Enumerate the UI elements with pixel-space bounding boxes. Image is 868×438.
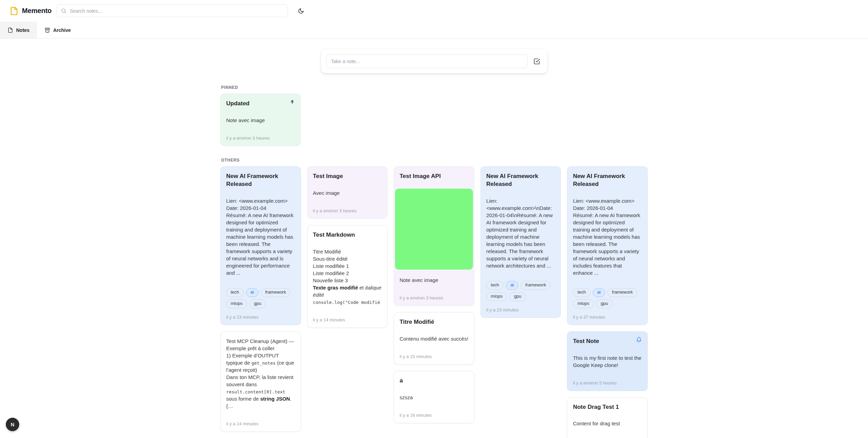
note-tag[interactable]: gpu	[509, 292, 526, 301]
app-brand: Memento	[10, 7, 51, 15]
note-body: Lien: <www.example.com>Date: 2026-01-04R…	[573, 197, 642, 276]
note-body: Lien: <www.example.com>Date: 2026-01-04R…	[226, 197, 295, 276]
note-tag[interactable]: framework	[261, 288, 291, 297]
note-body: Lien: <www.example.com>\nDate: 2026-01-0…	[486, 197, 555, 269]
notes-column: New AI Framework ReleasedLien: <www.exam…	[481, 166, 561, 318]
note-tags: techaiframeworkmlopsgpu	[226, 288, 295, 308]
note-title: Note Drag Test 1	[573, 403, 642, 411]
note-title: a	[400, 377, 468, 385]
tab-notes-label: Notes	[16, 27, 30, 33]
note-timestamp: il y a 14 minutes	[226, 421, 295, 426]
note-body: This is my first note to test the Google…	[573, 354, 642, 369]
note-tag[interactable]: gpu	[596, 299, 613, 308]
note-timestamp: il y a 23 minutes	[226, 315, 295, 320]
note-timestamp: il y a 16 minutes	[400, 413, 468, 418]
note-title: New AI Framework Released	[486, 173, 555, 188]
note-tag[interactable]: mlops	[573, 299, 594, 308]
note-timestamp: il y a environ 3 heures	[400, 295, 468, 300]
notes-column: New AI Framework ReleasedLien: <www.exam…	[567, 166, 648, 438]
note-title: Titre Modifié	[400, 318, 468, 326]
note-body: Test MCP Cleanup (Agent) — Exemple prêt …	[226, 338, 295, 410]
note-tag[interactable]: framework	[607, 288, 637, 297]
note-tag[interactable]: ai	[506, 281, 518, 290]
pinned-section-label: PINNED	[221, 85, 648, 90]
notes-column: Test Image APINote avec imageil y a envi…	[394, 166, 474, 423]
note-body: szsza	[400, 394, 468, 401]
note-body: Content for drag test	[573, 420, 642, 427]
note-title: Test Markdown	[313, 231, 382, 239]
tab-archive-label: Archive	[53, 27, 71, 33]
note-card[interactable]: Test ImageAvec imageil y a environ 3 heu…	[307, 166, 388, 219]
file-icon	[8, 27, 13, 33]
theme-toggle-button[interactable]	[295, 5, 307, 17]
note-title: Test Image	[313, 173, 382, 180]
note-title: New AI Framework Released	[226, 173, 295, 188]
note-timestamp: il y a environ 5 heures	[573, 380, 642, 386]
note-body: Titre ModifiéSous-titre éditéListe modif…	[313, 248, 382, 306]
note-timestamp: il y a environ 3 heures	[226, 135, 295, 141]
notes-column: Test ImageAvec imageil y a environ 3 heu…	[307, 166, 388, 328]
note-tag[interactable]: tech	[573, 288, 590, 297]
note-timestamp: il y a environ 3 heures	[313, 208, 382, 213]
note-tag[interactable]: gpu	[250, 299, 266, 308]
tab-archive[interactable]: Archive	[37, 22, 78, 38]
note-image	[395, 189, 473, 270]
others-section-label: OTHERS	[221, 158, 648, 163]
note-card[interactable]: Test Image APINote avec imageil y a envi…	[394, 166, 474, 306]
main-content: PINNED UpdatedNote avec imageil y a envi…	[0, 49, 868, 438]
note-tag[interactable]: tech	[486, 281, 504, 290]
user-avatar[interactable]: N	[6, 418, 19, 431]
notes-column: New AI Framework ReleasedLien: <www.exam…	[220, 166, 301, 432]
note-title: New AI Framework Released	[573, 173, 642, 188]
note-card[interactable]: Titre ModifiéContenu modifié avec succès…	[394, 312, 474, 365]
note-body: Contenu modifié avec succès!	[400, 335, 468, 342]
note-title: Test Note	[573, 338, 642, 345]
note-title: Updated	[226, 100, 295, 108]
search-box[interactable]	[56, 4, 288, 17]
note-body: Note avec image	[226, 117, 295, 124]
app-logo-file-icon	[10, 7, 19, 15]
tab-notes[interactable]: Notes	[0, 22, 37, 38]
note-card[interactable]: Test MarkdownTitre ModifiéSous-titre édi…	[307, 225, 388, 328]
bell-icon[interactable]	[635, 336, 643, 344]
note-card[interactable]: New AI Framework ReleasedLien: <www.exam…	[481, 166, 561, 318]
note-card[interactable]: aszszail y a 16 minutes	[394, 371, 474, 423]
new-checklist-button[interactable]	[532, 56, 542, 67]
note-tag[interactable]: ai	[593, 288, 605, 297]
note-card[interactable]: Note Drag Test 1Content for drag testil …	[567, 397, 648, 438]
note-body: Avec image	[313, 189, 382, 197]
app-title: Memento	[22, 7, 51, 15]
note-tag[interactable]: mlops	[486, 292, 507, 301]
pinned-notes-row: UpdatedNote avec imageil y a environ 3 h…	[220, 94, 648, 146]
note-tag[interactable]: mlops	[226, 299, 247, 308]
check-square-icon	[533, 58, 540, 65]
tab-bar: Notes Archive	[0, 22, 868, 39]
note-card[interactable]: New AI Framework ReleasedLien: <www.exam…	[567, 166, 648, 325]
note-timestamp: il y a 15 minutes	[400, 354, 468, 359]
note-composer[interactable]	[321, 49, 547, 73]
note-card[interactable]: UpdatedNote avec imageil y a environ 3 h…	[220, 94, 301, 146]
top-bar: Memento	[0, 0, 868, 22]
note-tags: techaiframeworkmlopsgpu	[573, 288, 642, 308]
note-timestamp: il y a 37 minutes	[573, 315, 642, 320]
note-tag[interactable]: framework	[521, 281, 551, 290]
note-card[interactable]: Test MCP Cleanup (Agent) — Exemple prêt …	[220, 331, 301, 432]
moon-icon	[298, 8, 304, 14]
note-tag[interactable]: ai	[246, 288, 258, 297]
note-card[interactable]: New AI Framework ReleasedLien: <www.exam…	[220, 166, 301, 325]
others-notes-grid: New AI Framework ReleasedLien: <www.exam…	[220, 166, 648, 438]
note-timestamp: il y a 14 minutes	[313, 317, 382, 322]
pin-icon[interactable]	[288, 98, 296, 106]
take-a-note-input[interactable]	[326, 54, 528, 68]
search-icon	[61, 8, 67, 14]
note-card[interactable]: Test NoteThis is my first note to test t…	[567, 331, 648, 391]
note-tags: techaiframeworkmlopsgpu	[486, 281, 555, 301]
search-input[interactable]	[70, 8, 283, 14]
note-timestamp: il y a 23 minutes	[486, 307, 555, 312]
archive-icon	[45, 27, 50, 33]
note-tag[interactable]: tech	[226, 288, 244, 297]
note-title: Test Image API	[400, 173, 468, 180]
note-body: Note avec image	[400, 276, 468, 284]
